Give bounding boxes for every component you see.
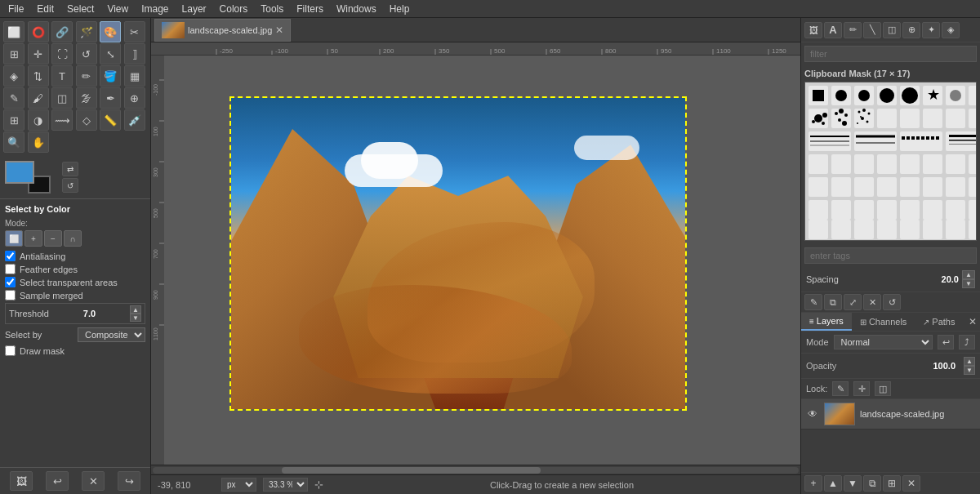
opacity-up-btn[interactable]: ▲ <box>964 357 975 366</box>
mode-subtract-btn[interactable]: − <box>44 230 62 247</box>
menu-help[interactable]: Help <box>385 2 415 16</box>
layers-down-btn[interactable]: ▼ <box>844 475 862 492</box>
rt-clone-icon[interactable]: ⊕ <box>902 22 920 38</box>
menu-filters[interactable]: Filters <box>292 2 328 16</box>
lock-pixels-btn[interactable]: ✎ <box>832 381 849 396</box>
menu-image[interactable]: Image <box>136 2 173 16</box>
sample-merged-checkbox[interactable] <box>5 290 16 300</box>
swap-colors-icon[interactable]: ⇄ <box>62 162 78 176</box>
layer-item[interactable]: 👁 landscape-scaled.jpg <box>801 399 980 429</box>
rt-pencil-icon[interactable]: ✏ <box>844 22 862 38</box>
draw-mask-checkbox[interactable] <box>5 345 16 356</box>
tool-move[interactable]: ✛ <box>28 43 49 65</box>
layers-link-btn[interactable]: ⤴ <box>959 335 975 349</box>
tool-ellipse-select[interactable]: ⭕ <box>28 21 49 42</box>
tool-clone[interactable]: ⊕ <box>124 87 145 109</box>
tags-input[interactable] <box>804 247 977 264</box>
tool-rotate[interactable]: ↺ <box>76 43 97 65</box>
brush-refresh-btn[interactable]: ↺ <box>883 294 901 310</box>
select-transparent-checkbox[interactable] <box>5 277 16 287</box>
tool-perspective[interactable]: ◈ <box>3 65 24 87</box>
tool-fuzzy-select[interactable]: 🪄 <box>76 21 97 42</box>
brush-delete-btn[interactable]: ✕ <box>863 294 881 310</box>
tool-paintbrush[interactable]: 🖌 <box>28 87 49 109</box>
tool-heal[interactable]: ⊞ <box>3 109 24 131</box>
brush-edit-btn[interactable]: ✎ <box>804 294 822 310</box>
close-icon[interactable]: ✕ <box>82 471 105 491</box>
feather-edges-checkbox[interactable] <box>5 264 16 274</box>
menu-tools[interactable]: Tools <box>256 2 288 16</box>
tool-lasso[interactable]: 🔗 <box>51 21 73 42</box>
menu-file[interactable]: File <box>3 2 29 16</box>
tab-paths[interactable]: ↗ Paths <box>915 314 963 330</box>
tool-shear[interactable]: ⟧ <box>124 43 145 65</box>
brush-duplicate-btn[interactable]: ⧉ <box>824 294 842 310</box>
tool-pencil[interactable]: ✎ <box>3 87 24 109</box>
tool-align[interactable]: ⊞ <box>3 43 24 65</box>
layer-visibility-icon[interactable]: 👁 <box>806 407 819 421</box>
tool-blend[interactable]: ▦ <box>124 65 145 87</box>
tool-scale[interactable]: ⤡ <box>100 43 121 65</box>
layers-delete-btn[interactable]: ✕ <box>902 475 920 492</box>
layers-duplicate-btn[interactable]: ⧉ <box>863 475 881 492</box>
tool-paths[interactable]: ✏ <box>76 65 97 87</box>
tool-hand[interactable]: ✋ <box>28 131 49 153</box>
tool-dodge-burn[interactable]: ◑ <box>28 109 49 131</box>
tool-color-picker[interactable]: 💉 <box>124 109 145 131</box>
mode-add-btn[interactable]: + <box>24 230 42 247</box>
threshold-up-btn[interactable]: ▲ <box>130 305 141 314</box>
new-image-icon[interactable]: 🖼 <box>10 471 33 491</box>
tool-crop[interactable]: ⛶ <box>51 43 73 65</box>
brush-scale-btn[interactable]: ⤢ <box>844 294 862 310</box>
tool-airbrush[interactable]: 🌫 <box>76 87 97 109</box>
foreground-color-swatch[interactable] <box>5 161 34 184</box>
layers-new-btn[interactable]: + <box>804 475 822 492</box>
select-by-dropdown[interactable]: Composite Red Green Blue Alpha <box>78 327 145 342</box>
rt-new-icon[interactable]: 🖼 <box>804 22 822 38</box>
menu-select[interactable]: Select <box>62 2 99 16</box>
tab-channels[interactable]: ⊞ Channels <box>852 314 915 330</box>
menu-windows[interactable]: Windows <box>332 2 381 16</box>
spacing-down-btn[interactable]: ▼ <box>962 279 975 288</box>
layers-up-btn[interactable]: ▲ <box>824 475 842 492</box>
tool-rectangle-select[interactable]: ⬜ <box>3 21 24 42</box>
menu-edit[interactable]: Edit <box>32 2 59 16</box>
rt-eraser-icon[interactable]: ◫ <box>883 22 901 38</box>
tool-smudge[interactable]: ⟿ <box>51 109 73 131</box>
zoom-dropdown[interactable]: 33.3 % 50 % 100 % <box>263 478 308 492</box>
rt-brush-icon[interactable]: ╲ <box>863 22 881 38</box>
reset-colors-icon[interactable]: ↺ <box>62 178 78 193</box>
lock-alpha-btn[interactable]: ◫ <box>875 381 891 396</box>
menu-view[interactable]: View <box>102 2 133 16</box>
layers-history-btn[interactable]: ↩ <box>938 335 954 349</box>
tool-text[interactable]: T <box>51 65 73 87</box>
tool-scissors[interactable]: ✂ <box>124 21 145 42</box>
scrollbar-thumb[interactable] <box>282 467 540 474</box>
filter-input[interactable] <box>804 46 977 62</box>
tool-eraser[interactable]: ◫ <box>51 87 73 109</box>
lock-position-btn[interactable]: ✛ <box>853 381 870 396</box>
mode-intersect-btn[interactable]: ∩ <box>64 230 82 247</box>
tool-select-by-color[interactable]: 🎨 <box>100 21 121 42</box>
mode-replace-btn[interactable]: ⬜ <box>5 230 23 247</box>
rt-text-icon[interactable]: A <box>824 22 842 38</box>
canvas-tab[interactable]: landscape-scaled.jpg ✕ <box>154 19 291 42</box>
menu-layer[interactable]: Layer <box>177 2 212 16</box>
horizontal-scrollbar[interactable] <box>151 465 800 474</box>
tool-measure[interactable]: 📏 <box>100 109 121 131</box>
spacing-up-btn[interactable]: ▲ <box>962 270 975 279</box>
rt-picker-icon[interactable]: ◈ <box>942 22 960 38</box>
undo-icon[interactable]: ↩ <box>46 471 69 491</box>
layers-mode-dropdown[interactable]: Normal Multiply Screen Overlay <box>834 335 933 349</box>
unit-dropdown[interactable]: px mm in <box>221 478 256 492</box>
tool-paintbucket[interactable]: 🪣 <box>100 65 121 87</box>
tab-layers[interactable]: ≡ Layers <box>801 313 852 331</box>
canvas-viewport[interactable] <box>164 56 800 465</box>
layers-panel-close-btn[interactable]: ✕ <box>965 314 980 329</box>
tool-zoom[interactable]: 🔍 <box>3 131 24 153</box>
antialiasing-checkbox[interactable] <box>5 251 16 261</box>
tool-flip[interactable]: ⇅ <box>28 65 49 87</box>
tool-sharpen[interactable]: ◇ <box>76 109 97 131</box>
tool-ink[interactable]: ✒ <box>100 87 121 109</box>
rt-heal-icon[interactable]: ✦ <box>922 22 940 38</box>
